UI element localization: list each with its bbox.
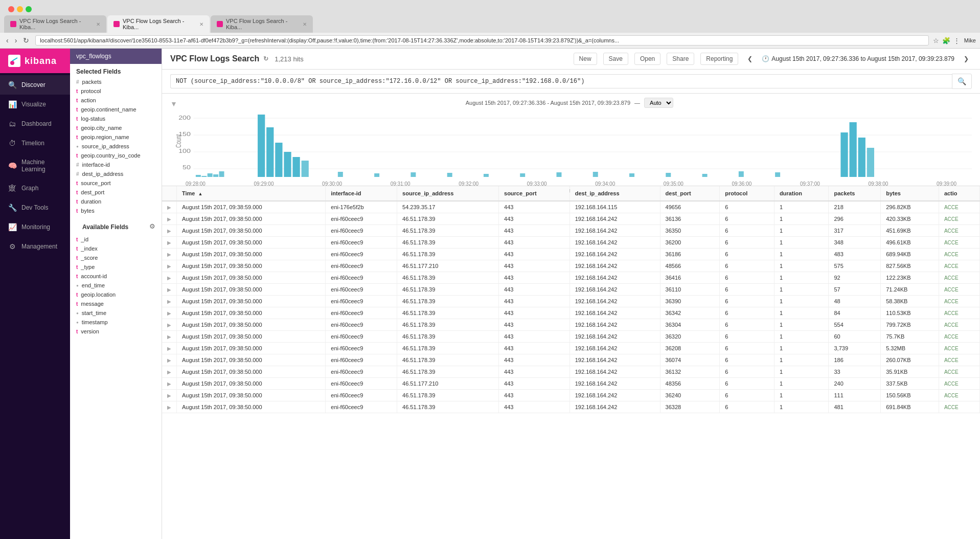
available-field-account-id[interactable]: taccount-id xyxy=(70,272,162,281)
selected-field-duration[interactable]: tduration xyxy=(70,197,162,206)
share-button[interactable]: Share xyxy=(667,53,694,65)
auto-interval-select[interactable]: Auto xyxy=(644,98,673,108)
available-field-timestamp[interactable]: ●timestamp xyxy=(70,318,162,327)
sidebar-item-dashboard[interactable]: 🗂 Dashboard xyxy=(0,114,70,133)
available-field-_id[interactable]: t_id xyxy=(70,235,162,244)
th-duration[interactable]: duration xyxy=(774,186,829,201)
th-dest-ip[interactable]: dest_ip_address xyxy=(569,186,660,201)
expand-button[interactable]: ▶ xyxy=(167,310,171,316)
extensions-icon[interactable]: 🧩 xyxy=(942,37,950,44)
selected-field-source_ip_address[interactable]: ●source_ip_address xyxy=(70,142,162,151)
selected-field-geoip.continent_name[interactable]: tgeoip.continent_name xyxy=(70,105,162,114)
close-button[interactable] xyxy=(8,6,14,12)
available-field-_type[interactable]: t_type xyxy=(70,262,162,272)
bookmark-icon[interactable]: ☆ xyxy=(933,37,939,44)
th-protocol[interactable]: protocol xyxy=(720,186,774,201)
sidebar-item-management[interactable]: ⚙ Management xyxy=(0,237,70,256)
selected-field-log-status[interactable]: tlog-status xyxy=(70,114,162,123)
sidebar-item-graph[interactable]: 🕸 Graph xyxy=(0,178,70,198)
minimize-button[interactable] xyxy=(17,6,23,12)
search-button[interactable]: 🔍 xyxy=(952,74,972,89)
selected-field-packets[interactable]: #packets xyxy=(70,77,162,86)
selected-field-action[interactable]: taction xyxy=(70,96,162,105)
new-button[interactable]: New xyxy=(574,53,597,65)
nav-prev-button[interactable]: ❮ xyxy=(744,53,756,64)
browser-tab-3[interactable]: VPC Flow Logs Search - Kiba... ✕ xyxy=(211,15,313,33)
expand-button[interactable]: ▶ xyxy=(167,299,171,304)
selected-field-geoip.region_name[interactable]: tgeoip.region_name xyxy=(70,132,162,142)
chart-collapse-button[interactable]: ▼ xyxy=(170,100,177,108)
index-pattern[interactable]: vpc_flowlogs xyxy=(70,49,162,64)
expand-button[interactable]: ▶ xyxy=(167,205,171,210)
browser-tab-1[interactable]: VPC Flow Logs Search - Kiba... ✕ xyxy=(4,15,106,33)
field-name: geoip.region_name xyxy=(81,134,129,140)
available-field-geoip.location[interactable]: tgeoip.location xyxy=(70,290,162,299)
sidebar-item-devtools[interactable]: 🔧 Dev Tools xyxy=(0,198,70,217)
save-button[interactable]: Save xyxy=(603,53,628,65)
available-field-version[interactable]: tversion xyxy=(70,327,162,336)
expand-button[interactable]: ▶ xyxy=(167,334,171,340)
selected-field-geoip.country_iso_code[interactable]: tgeoip.country_iso_code xyxy=(70,151,162,160)
tab-close-2[interactable]: ✕ xyxy=(199,21,203,27)
expand-button[interactable]: ▶ xyxy=(167,322,171,328)
sidebar-item-ml[interactable]: 🧠 Machine Learning xyxy=(0,153,70,178)
th-interface-id[interactable]: interface-id xyxy=(326,186,397,201)
selected-field-dest_ip_address[interactable]: #dest_ip_address xyxy=(70,169,162,178)
available-field-_score[interactable]: t_score xyxy=(70,253,162,262)
th-dest-port[interactable]: dest_port xyxy=(660,186,720,201)
expand-button[interactable]: ▶ xyxy=(167,275,171,281)
sidebar-item-visualize[interactable]: 📊 Visualize xyxy=(0,95,70,114)
address-bar[interactable]: localhost:5601/app/kibana#/discover/1ce3… xyxy=(35,35,928,46)
forward-button[interactable]: › xyxy=(13,35,19,46)
reload-button[interactable]: ↻ xyxy=(21,35,31,46)
open-button[interactable]: Open xyxy=(634,53,660,65)
th-source-ip[interactable]: source_ip_address xyxy=(397,186,499,201)
search-input[interactable] xyxy=(170,74,952,88)
sidebar-logo[interactable]: kibana xyxy=(0,49,70,73)
expand-button[interactable]: ▶ xyxy=(167,369,171,375)
available-field-_index[interactable]: t_index xyxy=(70,244,162,253)
sidebar-item-timelion[interactable]: ⏱ Timelion xyxy=(0,133,70,153)
field-name: packets xyxy=(82,79,102,85)
expand-button[interactable]: ▶ xyxy=(167,252,171,257)
selected-field-geoip.city_name[interactable]: tgeoip.city_name xyxy=(70,123,162,132)
back-button[interactable]: ‹ xyxy=(4,35,11,46)
available-fields-gear-icon[interactable]: ⚙ xyxy=(149,222,155,230)
cell-time: August 15th 2017, 09:38:50.000 xyxy=(177,366,326,378)
th-time[interactable]: Time ▲ xyxy=(177,186,326,201)
expand-button[interactable]: ▶ xyxy=(167,357,171,363)
expand-button[interactable]: ▶ xyxy=(167,240,171,245)
sidebar-item-discover[interactable]: 🔍 Discover xyxy=(0,75,70,95)
th-packets[interactable]: packets xyxy=(829,186,881,201)
expand-button[interactable]: ▶ xyxy=(167,381,171,387)
expand-button[interactable]: ▶ xyxy=(167,346,171,351)
available-field-end_time[interactable]: ●end_time xyxy=(70,281,162,290)
expand-button[interactable]: ▶ xyxy=(167,216,171,222)
th-source-port[interactable]: source_port xyxy=(499,186,570,201)
selected-field-bytes[interactable]: tbytes xyxy=(70,206,162,215)
time-range[interactable]: 🕐 August 15th 2017, 09:27:36.336 to Augu… xyxy=(762,55,954,62)
expand-button[interactable]: ▶ xyxy=(167,393,171,398)
th-bytes[interactable]: bytes xyxy=(881,186,939,201)
refresh-icon[interactable]: ↻ xyxy=(263,55,268,62)
expand-button[interactable]: ▶ xyxy=(167,405,171,410)
expand-button[interactable]: ▶ xyxy=(167,287,171,293)
reporting-button[interactable]: Reporting xyxy=(700,53,738,65)
available-field-start_time[interactable]: ●start_time xyxy=(70,308,162,318)
maximize-button[interactable] xyxy=(26,6,32,12)
tab-close-3[interactable]: ✕ xyxy=(303,21,307,27)
th-action[interactable]: actio xyxy=(939,186,979,201)
expand-button[interactable]: ▶ xyxy=(167,263,171,269)
selected-field-interface-id[interactable]: #interface-id xyxy=(70,160,162,169)
available-field-message[interactable]: tmessage xyxy=(70,299,162,308)
expand-button[interactable]: ▶ xyxy=(167,228,171,234)
tab-close-1[interactable]: ✕ xyxy=(96,21,100,27)
sidebar-nav: 🔍 Discover 📊 Visualize 🗂 Dashboard ⏱ Tim… xyxy=(0,73,70,535)
menu-icon[interactable]: ⋮ xyxy=(953,37,960,44)
browser-tab-2[interactable]: VPC Flow Logs Search - Kiba... ✕ xyxy=(107,15,210,33)
sidebar-item-monitoring[interactable]: 📈 Monitoring xyxy=(0,217,70,237)
selected-field-dest_port[interactable]: tdest_port xyxy=(70,188,162,197)
selected-field-protocol[interactable]: tprotocol xyxy=(70,86,162,96)
selected-field-source_port[interactable]: tsource_port xyxy=(70,178,162,188)
nav-next-button[interactable]: ❯ xyxy=(961,53,972,64)
